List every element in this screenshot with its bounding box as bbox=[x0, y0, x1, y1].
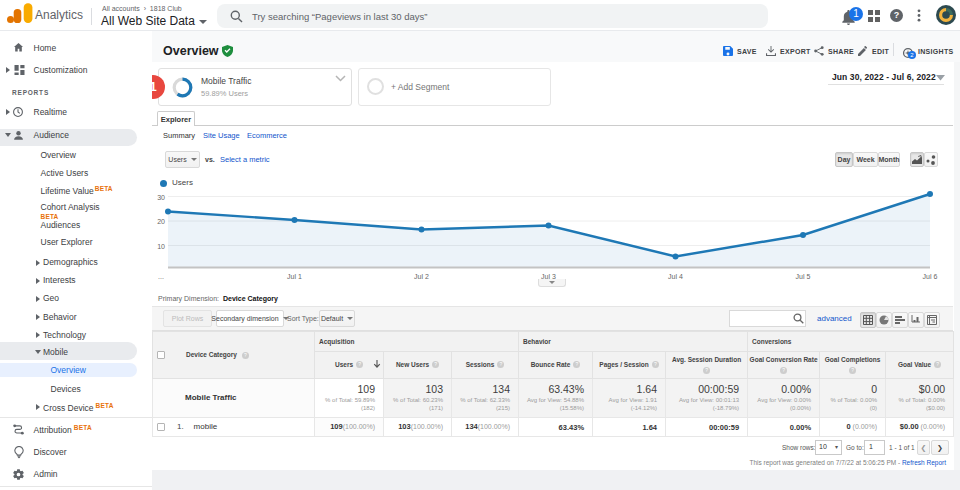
svg-text:Jul 4: Jul 4 bbox=[668, 273, 683, 280]
svg-text:30: 30 bbox=[157, 194, 165, 201]
svg-text:20: 20 bbox=[157, 218, 165, 225]
svg-text:Jul 6: Jul 6 bbox=[923, 273, 938, 280]
svg-text:10: 10 bbox=[157, 243, 165, 250]
svg-text:Jul 2: Jul 2 bbox=[414, 273, 429, 280]
svg-text:Jul 1: Jul 1 bbox=[287, 273, 302, 280]
svg-text:...: ... bbox=[158, 273, 164, 280]
svg-text:Jul 5: Jul 5 bbox=[796, 273, 811, 280]
